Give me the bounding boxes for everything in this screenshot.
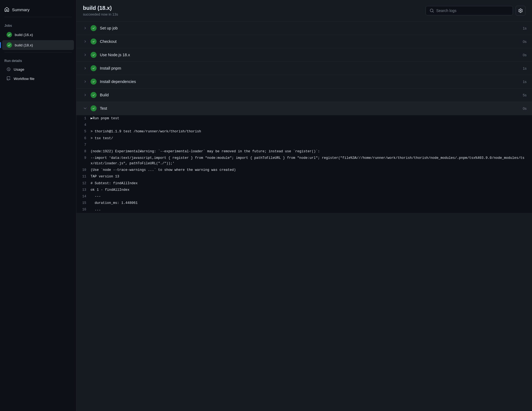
log-line-content: TAP version 13: [91, 174, 528, 179]
usage-label: Usage: [14, 67, 24, 72]
step-duration: 0s: [523, 106, 527, 111]
step-duration: 5s: [523, 93, 527, 97]
step-success-icon: [91, 38, 97, 44]
search-box[interactable]: [426, 6, 513, 15]
settings-button[interactable]: [516, 6, 525, 16]
log-line-number: 1: [76, 116, 91, 121]
step-name: Install pnpm: [100, 66, 523, 70]
steps-list: Set up job 1s Checkout 0s Use Node.js 18…: [76, 22, 532, 411]
step-name: Checkout: [100, 39, 523, 44]
sidebar-divider: [4, 17, 72, 17]
log-line-content: ---: [91, 194, 528, 199]
log-line-content: # Subtest: findAllIndex: [91, 181, 528, 186]
chevron-right-icon: [82, 65, 88, 72]
workflow-label: Workflow file: [14, 77, 34, 81]
chevron-right-icon: [82, 38, 88, 45]
job-subtitle: succeeded now in 13s: [83, 12, 118, 16]
log-line: 15 duration_ms: 1.448061: [76, 200, 532, 206]
jobs-section-label: Jobs: [0, 19, 76, 29]
log-line: 12# Subtest: findAllIndex: [76, 180, 532, 187]
timer-icon: [7, 67, 11, 72]
log-line: 13ok 1 - findAllIndex: [76, 187, 532, 193]
job-title-area: build (18.x) succeeded now in 13s: [83, 5, 118, 16]
search-gear-area: [426, 6, 525, 16]
sidebar-item-build-18[interactable]: build (18.x): [2, 40, 74, 50]
log-line-content: ok 1 - findAllIndex: [91, 187, 528, 193]
log-panel: 1▶Run pnpm test45> thorish@1.1.9 test /h…: [76, 115, 532, 213]
log-line-number: 10: [76, 167, 91, 173]
log-line: 5> thorish@1.1.9 test /home/runner/work/…: [76, 128, 532, 135]
step-row-checkout[interactable]: Checkout 0s: [76, 35, 532, 48]
step-row-install-pnpm[interactable]: Install pnpm 1s: [76, 62, 532, 75]
chevron-right-icon: [82, 92, 88, 98]
log-line-number: 5: [76, 129, 91, 134]
job-success-icon: [7, 32, 12, 37]
log-line-content: duration_ms: 1.448061: [91, 200, 528, 206]
log-line-content: ▶Run pnpm test: [91, 116, 528, 121]
log-line: 16 ...: [76, 206, 532, 213]
log-line-content: > thorish@1.1.9 test /home/runner/work/t…: [91, 129, 528, 134]
log-line-content: > tsx test/: [91, 136, 528, 141]
summary-label: Summary: [12, 7, 29, 12]
log-line-number: 14: [76, 194, 91, 199]
step-duration: 1s: [523, 66, 527, 70]
workflow-icon: [7, 76, 11, 81]
step-duration: 0s: [523, 53, 527, 57]
search-input[interactable]: [436, 8, 509, 13]
log-line: 1▶Run pnpm test: [76, 115, 532, 122]
log-line: 4: [76, 122, 532, 128]
log-line: 14 ---: [76, 193, 532, 200]
step-row-test[interactable]: Test 0s: [76, 102, 532, 115]
step-row-use-node[interactable]: Use Node.js 18.x 0s: [76, 48, 532, 62]
step-name: Install dependencies: [100, 79, 523, 84]
log-line-number: 11: [76, 174, 91, 179]
log-line: 9--import 'data:text/javascript,import {…: [76, 155, 532, 167]
step-duration: 0s: [523, 40, 527, 44]
step-success-icon: [91, 79, 97, 85]
log-line: 11TAP version 13: [76, 173, 532, 180]
sidebar-item-workflow[interactable]: Workflow file: [2, 74, 74, 83]
step-success-icon: [91, 65, 97, 71]
step-duration: 1s: [523, 80, 527, 84]
log-line-content: (node:1922) ExperimentalWarning: `--expe…: [91, 149, 528, 154]
sidebar-item-build-16[interactable]: build (16.x): [2, 30, 74, 40]
log-line: 8(node:1922) ExperimentalWarning: `--exp…: [76, 148, 532, 155]
job-label: build (16.x): [15, 33, 33, 37]
run-details-label: Run details: [0, 55, 76, 64]
step-success-icon: [91, 105, 97, 111]
log-line: 10(Use `node --trace-warnings ...` to sh…: [76, 167, 532, 173]
step-row-setup-job[interactable]: Set up job 1s: [76, 22, 532, 35]
chevron-right-icon: [82, 52, 88, 58]
step-name: Test: [100, 106, 523, 111]
log-line-number: 7: [76, 142, 91, 148]
home-icon: [4, 7, 9, 12]
step-success-icon: [91, 92, 97, 98]
job-header: build (18.x) succeeded now in 13s: [76, 0, 532, 22]
sidebar-divider-2: [4, 52, 72, 52]
chevron-down-icon: [82, 105, 88, 112]
sidebar-summary-link[interactable]: Summary: [0, 4, 76, 15]
log-line-content: ...: [91, 207, 528, 212]
search-icon: [430, 8, 434, 13]
gear-icon: [518, 8, 523, 13]
log-line-content: (Use `node --trace-warnings ...` to show…: [91, 167, 528, 173]
job-label: build (18.x): [15, 43, 33, 47]
sidebar: Summary Jobs build (16.x) build (18.x) R…: [0, 0, 76, 411]
log-line-number: 8: [76, 149, 91, 154]
job-success-icon: [7, 42, 12, 48]
step-name: Use Node.js 18.x: [100, 53, 523, 57]
chevron-right-icon: [82, 78, 88, 85]
log-line: 7: [76, 142, 532, 148]
chevron-right-icon: [82, 25, 88, 31]
step-duration: 1s: [523, 26, 527, 30]
job-title: build (18.x): [83, 5, 118, 11]
log-line-number: 13: [76, 187, 91, 193]
log-line: 6> tsx test/: [76, 135, 532, 142]
log-line-number: 9: [76, 155, 91, 161]
sidebar-item-usage[interactable]: Usage: [2, 65, 74, 74]
log-line-number: 15: [76, 200, 91, 206]
log-line-number: 4: [76, 122, 91, 128]
step-row-install-deps[interactable]: Install dependencies 1s: [76, 75, 532, 88]
step-row-build[interactable]: Build 5s: [76, 88, 532, 102]
log-line-number: 16: [76, 207, 91, 212]
